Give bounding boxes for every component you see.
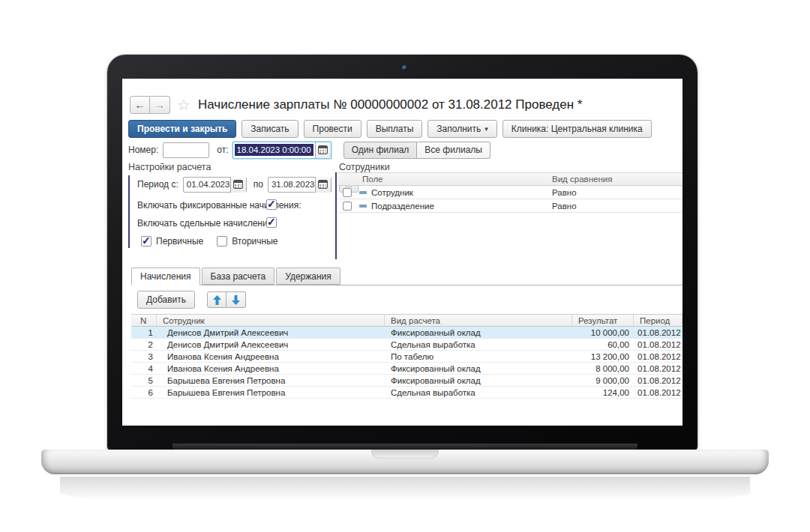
- include-piecework-checkbox[interactable]: [266, 217, 277, 228]
- filter-department-checkbox[interactable]: [343, 202, 352, 211]
- filter-comparison: Равно: [548, 202, 682, 211]
- column-header-period: Период: [634, 315, 682, 326]
- period-to-field[interactable]: 31.08.2023: [268, 177, 332, 193]
- row-number: 1: [131, 328, 157, 337]
- period-to-value: 31.08.2023: [268, 180, 315, 189]
- chevron-down-icon: ▾: [484, 125, 488, 133]
- webcam: [402, 65, 407, 70]
- forward-arrow-icon: →: [154, 99, 165, 111]
- branch-toggle: Один филиал Все филиалы: [344, 142, 490, 159]
- table-row[interactable]: 2 Денисов Дмитрий Алексеевич Сдельная вы…: [131, 339, 682, 351]
- primary-label: Первичные: [156, 236, 203, 247]
- period-row: Период с: 01.04.2023 по 31.08.2023 ...: [137, 176, 358, 193]
- employees-group-title: Сотрудники: [339, 162, 390, 172]
- row-employee: Иванова Ксения Андреевна: [157, 352, 385, 361]
- one-branch-button[interactable]: Один филиал: [344, 142, 418, 159]
- filter-field-name: Подразделение: [371, 202, 434, 211]
- row-employee: Барышева Евгения Петровна: [157, 376, 385, 385]
- filter-row-department[interactable]: Подразделение Равно: [338, 199, 682, 213]
- favorite-star-icon[interactable]: ☆: [177, 97, 190, 112]
- row-result: 13 200,00: [572, 352, 634, 361]
- row-calc-type: Сдельная выработка: [385, 388, 572, 397]
- period-from-field[interactable]: 01.04.2023: [183, 177, 247, 193]
- fill-menu-button[interactable]: Заполнить ▾: [428, 120, 496, 138]
- back-arrow-icon: ←: [135, 99, 146, 111]
- table-row[interactable]: 1 Денисов Дмитрий Алексеевич Фиксированн…: [131, 327, 682, 339]
- table-row[interactable]: 3 Иванова Ксения Андреевна По табелю 13 …: [131, 351, 682, 363]
- date-calendar-button[interactable]: [315, 142, 331, 158]
- filter-employee-checkbox[interactable]: [343, 188, 352, 197]
- include-fixed-checkbox[interactable]: [266, 199, 277, 210]
- row-calc-type: Фиксированный оклад: [385, 328, 572, 337]
- move-up-button[interactable]: [207, 291, 226, 308]
- row-result: 124,00: [572, 388, 634, 397]
- tab-calc-base[interactable]: База расчета: [202, 267, 275, 285]
- page: ← → ☆ Начисление зарплаты № 00000000002 …: [0, 0, 810, 532]
- row-result: 9 000,00: [572, 376, 634, 385]
- include-piecework-label: Включать сдельные начисления:: [137, 218, 275, 229]
- table-row[interactable]: 5 Барышева Евгения Петровна Фиксированны…: [131, 375, 682, 387]
- move-buttons: [207, 291, 246, 308]
- tab-accruals[interactable]: Начисления: [131, 267, 200, 285]
- row-number: 4: [131, 364, 157, 373]
- primary-secondary-row: Первичные Вторичные: [141, 233, 278, 250]
- number-label: Номер:: [128, 145, 158, 155]
- row-period: 01.08.2012: [634, 352, 682, 361]
- tab-deductions[interactable]: Удержания: [276, 267, 340, 285]
- filter-row-employee[interactable]: Сотрудник Равно: [338, 186, 682, 199]
- table-row[interactable]: 4 Иванова Ксения Андреевна Фиксированный…: [131, 363, 682, 375]
- row-calc-type: Фиксированный оклад: [385, 364, 572, 373]
- add-button[interactable]: Добавить: [137, 291, 195, 309]
- column-header-result: Результат: [572, 315, 634, 326]
- secondary-checkbox[interactable]: [217, 236, 227, 247]
- row-period: 01.08.2012: [634, 388, 682, 397]
- back-button[interactable]: ←: [130, 96, 150, 114]
- row-employee: Иванова Ксения Андреевна: [157, 364, 385, 373]
- fill-label: Заполнить: [436, 124, 481, 134]
- move-down-button[interactable]: [226, 291, 246, 308]
- payments-button[interactable]: Выплаты: [367, 120, 423, 138]
- filter-field-name: Сотрудник: [371, 188, 413, 197]
- period-to-calendar-button[interactable]: [315, 177, 331, 193]
- number-input[interactable]: [163, 142, 209, 158]
- app-window: ← → ☆ Начисление зарплаты № 00000000002 …: [122, 79, 682, 426]
- clinic-button[interactable]: Клиника: Центральная клиника: [502, 120, 652, 138]
- calendar-icon: [318, 180, 328, 189]
- tab-bar: Начисления База расчета Удержания: [131, 267, 342, 285]
- employees-table-header: Поле Вид сравнения: [338, 172, 682, 186]
- primary-checkbox[interactable]: [141, 236, 152, 247]
- row-result: 10 000,00: [572, 328, 634, 337]
- document-date-field[interactable]: 18.04.2023 0:00:00: [232, 142, 332, 159]
- secondary-label: Вторичные: [232, 236, 278, 247]
- all-branches-button[interactable]: Все филиалы: [417, 142, 490, 159]
- post-button[interactable]: Провести: [304, 120, 362, 138]
- toolbar: Провести и закрыть Записать Провести Вып…: [128, 120, 652, 138]
- period-to-label: по: [254, 179, 263, 190]
- date-label: от:: [217, 145, 228, 155]
- write-button[interactable]: Записать: [242, 120, 298, 138]
- field-dash-icon: [359, 191, 367, 194]
- accruals-table: N Сотрудник Вид расчета Результат Период…: [131, 314, 682, 399]
- laptop-shadow: [60, 477, 750, 508]
- row-number: 2: [131, 340, 157, 349]
- row-employee: Денисов Дмитрий Алексеевич: [157, 328, 385, 337]
- row-number: 3: [131, 352, 157, 361]
- employees-filter-table: Поле Вид сравнения Сотрудник Равно: [338, 172, 682, 213]
- laptop-lid-notch: [371, 450, 439, 459]
- row-calc-type: По табелю: [385, 352, 572, 361]
- laptop-bezel: ← → ☆ Начисление зарплаты № 00000000002 …: [107, 55, 698, 451]
- post-and-close-button[interactable]: Провести и закрыть: [128, 120, 236, 138]
- field-dash-icon: [359, 205, 367, 208]
- include-piecework-row: Включать сдельные начисления:: [137, 215, 275, 232]
- table-row[interactable]: 6 Барышева Евгения Петровна Сдельная выр…: [131, 387, 682, 399]
- row-calc-type: Фиксированный оклад: [385, 376, 572, 385]
- comparison-column-header: Вид сравнения: [548, 175, 682, 184]
- period-from-calendar-button[interactable]: [230, 177, 246, 193]
- forward-button[interactable]: →: [150, 96, 170, 114]
- move-up-icon: [213, 295, 221, 305]
- row-number: 6: [131, 388, 157, 397]
- document-fields-row: Номер: от: 18.04.2023 0:00:00 Один филиа…: [128, 142, 490, 158]
- page-title: Начисление зарплаты № 00000000002 от 31.…: [198, 97, 583, 112]
- laptop-base: [41, 450, 769, 474]
- accruals-table-header: N Сотрудник Вид расчета Результат Период: [131, 314, 682, 327]
